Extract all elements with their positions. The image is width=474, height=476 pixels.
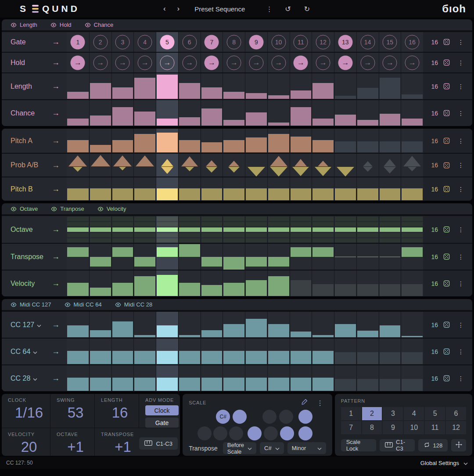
- step-cell-velocity-7[interactable]: [201, 270, 223, 296]
- step-cell-pitch-b-5[interactable]: [156, 177, 178, 201]
- step-cell-length-1[interactable]: [67, 73, 89, 99]
- scale-dot-Cs[interactable]: C#: [216, 410, 230, 424]
- step-cell-pitch-a-12[interactable]: [312, 129, 334, 153]
- step-cell-gate-2[interactable]: 2: [89, 32, 111, 52]
- row-arrow-icon[interactable]: →: [52, 252, 60, 261]
- step-cell-octave-12[interactable]: [312, 216, 334, 243]
- step-cell-velocity-5[interactable]: [156, 270, 178, 296]
- step-cell-transpose-5[interactable]: [156, 244, 178, 270]
- step-count[interactable]: 16: [431, 110, 438, 117]
- step-cell-pitch-a-3[interactable]: [111, 129, 134, 153]
- step-cell-velocity-14[interactable]: [356, 270, 379, 296]
- pattern-7[interactable]: 7: [341, 421, 361, 434]
- step-cell-transpose-6[interactable]: [178, 244, 201, 270]
- step-cell-cc-127-12[interactable]: [312, 312, 334, 338]
- step-cell-pitch-b-15[interactable]: [379, 177, 401, 201]
- redo-icon[interactable]: ↻: [301, 5, 313, 13]
- step-cell-prob-ab-14[interactable]: [356, 154, 379, 177]
- step-cell-hold-5[interactable]: →: [156, 53, 178, 72]
- row-arrow-icon[interactable]: →: [52, 279, 60, 288]
- step-cell-cc-28-13[interactable]: [334, 365, 356, 391]
- chip-midi-cc-64[interactable]: Midi CC 64: [65, 301, 102, 308]
- row-arrow-icon[interactable]: →: [52, 58, 60, 67]
- step-cell-octave-6[interactable]: [178, 216, 201, 243]
- step-cell-length-15[interactable]: [379, 73, 401, 99]
- pattern-6[interactable]: 6: [446, 407, 466, 420]
- step-cell-pitch-b-2[interactable]: [89, 177, 111, 201]
- step-cell-velocity-1[interactable]: [67, 270, 89, 296]
- step-cell-velocity-15[interactable]: [379, 270, 401, 296]
- step-cell-cc-64-13[interactable]: [334, 339, 356, 364]
- step-cell-cc-127-4[interactable]: [133, 312, 156, 338]
- randomize-dice-icon[interactable]: [443, 39, 450, 45]
- step-cell-pitch-a-11[interactable]: [290, 129, 312, 153]
- randomize-dice-icon[interactable]: [443, 186, 450, 192]
- step-cell-velocity-4[interactable]: [133, 270, 156, 296]
- step-cell-cc-64-7[interactable]: [201, 339, 223, 364]
- step-cell-chance-2[interactable]: [89, 100, 111, 126]
- step-cell-transpose-7[interactable]: [201, 244, 223, 270]
- step-cell-transpose-9[interactable]: [245, 244, 267, 270]
- next-preset-button[interactable]: ›: [175, 4, 183, 13]
- step-cell-chance-10[interactable]: [267, 100, 290, 126]
- step-cell-length-3[interactable]: [111, 73, 134, 99]
- row-label[interactable]: CC 127: [11, 321, 41, 329]
- prev-preset-button[interactable]: ‹: [161, 4, 169, 13]
- step-count[interactable]: 16: [431, 186, 438, 193]
- step-cell-transpose-15[interactable]: [379, 244, 401, 270]
- adv-mode-clock-button[interactable]: Clock: [145, 405, 179, 415]
- step-cell-length-10[interactable]: [267, 73, 290, 99]
- randomize-dice-icon[interactable]: [443, 348, 450, 355]
- step-cell-cc-127-6[interactable]: [178, 312, 201, 338]
- step-cell-velocity-12[interactable]: [312, 270, 334, 296]
- row-arrow-icon[interactable]: →: [52, 161, 60, 170]
- step-cell-hold-11[interactable]: →: [290, 53, 312, 72]
- step-cell-chance-5[interactable]: [156, 100, 178, 126]
- step-cell-chance-16[interactable]: [401, 100, 423, 126]
- move-pattern-button[interactable]: [451, 439, 466, 451]
- step-cell-hold-13[interactable]: →: [334, 53, 356, 72]
- step-cell-octave-11[interactable]: [290, 216, 312, 243]
- step-cell-cc-64-2[interactable]: [89, 339, 111, 364]
- step-cell-transpose-10[interactable]: [267, 244, 290, 270]
- scale-dot-C[interactable]: [198, 426, 212, 440]
- row-menu-icon[interactable]: ⋮: [455, 138, 467, 144]
- step-cell-cc-64-5[interactable]: [156, 339, 178, 364]
- step-cell-transpose-16[interactable]: [401, 244, 423, 270]
- step-count[interactable]: 16: [431, 348, 438, 355]
- step-count[interactable]: 16: [431, 375, 438, 382]
- step-cell-velocity-10[interactable]: [267, 270, 290, 296]
- step-cell-pitch-b-6[interactable]: [178, 177, 201, 201]
- preset-name[interactable]: Preset Sequence: [194, 5, 245, 13]
- step-cell-cc-127-7[interactable]: [201, 312, 223, 338]
- key-range-button[interactable]: C1-C3: [139, 437, 178, 450]
- row-arrow-icon[interactable]: →: [52, 320, 60, 329]
- scale-dot-E[interactable]: [229, 426, 243, 440]
- step-cell-cc-64-16[interactable]: [401, 339, 423, 364]
- step-cell-pitch-b-13[interactable]: [334, 177, 356, 201]
- step-cell-pitch-b-11[interactable]: [290, 177, 312, 201]
- step-cell-velocity-11[interactable]: [290, 270, 312, 296]
- step-cell-cc-64-11[interactable]: [290, 339, 312, 364]
- step-cell-cc-28-8[interactable]: [223, 365, 245, 391]
- swing-value[interactable]: 53: [57, 404, 94, 421]
- step-cell-chance-8[interactable]: [223, 100, 245, 126]
- step-cell-cc-64-8[interactable]: [223, 339, 245, 364]
- step-cell-velocity-3[interactable]: [111, 270, 134, 296]
- step-cell-pitch-a-10[interactable]: [267, 129, 290, 153]
- step-cell-transpose-3[interactable]: [111, 244, 134, 270]
- step-cell-pitch-b-1[interactable]: [67, 177, 89, 201]
- step-cell-cc-64-6[interactable]: [178, 339, 201, 364]
- step-cell-pitch-b-14[interactable]: [356, 177, 379, 201]
- step-cell-chance-9[interactable]: [245, 100, 267, 126]
- step-cell-cc-127-8[interactable]: [223, 312, 245, 338]
- preset-menu-icon[interactable]: ⋮: [263, 6, 275, 12]
- chip-chance[interactable]: Chance: [85, 22, 114, 28]
- step-cell-prob-ab-4[interactable]: [133, 154, 156, 177]
- step-cell-cc-28-2[interactable]: [89, 365, 111, 391]
- step-cell-prob-ab-6[interactable]: [178, 154, 201, 177]
- step-cell-pitch-a-5[interactable]: [156, 129, 178, 153]
- step-cell-cc-28-16[interactable]: [401, 365, 423, 391]
- step-cell-cc-64-3[interactable]: [111, 339, 134, 364]
- step-cell-pitch-b-12[interactable]: [312, 177, 334, 201]
